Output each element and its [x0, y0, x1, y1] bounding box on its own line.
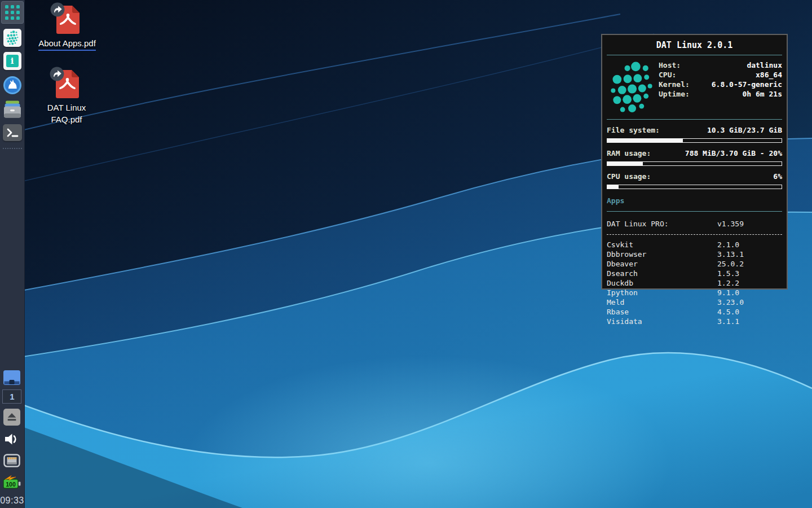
ram-meter: RAM usage:788 MiB/3.70 GiB - 20%: [607, 148, 782, 166]
app-row: Dbbrowser3.13.1: [607, 249, 782, 259]
info-icon: i: [6, 55, 19, 67]
workspace-switcher[interactable]: 1: [2, 389, 21, 404]
desktop-icon-dat-linux-faq[interactable]: DAT Linux FAQ.pdf: [33, 68, 100, 125]
app-grid-icon: [5, 5, 20, 20]
taskbar-rail: i: [0, 0, 25, 508]
window-list-button[interactable]: [3, 370, 21, 386]
app-row: Meld3.23.0: [607, 297, 782, 307]
app-row: Dbeaver25.0.2: [607, 259, 782, 269]
cpu-meter: CPU usage:6%: [607, 172, 782, 189]
divider: [607, 119, 782, 120]
info-row-uptime: Uptime:0h 6m 21s: [659, 89, 782, 99]
shortcut-arrow-icon: [50, 67, 64, 81]
label-line-2: FAQ.pdf: [47, 113, 86, 125]
dashed-divider: [607, 234, 782, 235]
rail-separator: [3, 148, 22, 149]
ethernet-icon: [5, 455, 20, 467]
desktop-icon-label: About Apps.pdf: [38, 37, 96, 51]
shortcut-arrow-icon: [50, 2, 65, 17]
app-row: Duckdb1.2.2: [607, 278, 782, 288]
network-button[interactable]: [3, 453, 21, 468]
system-monitor-widget: DAT Linux 2.0.1 Host:datlinux CPU:x86_64…: [601, 34, 788, 290]
widget-title: DAT Linux 2.0.1: [607, 37, 782, 55]
filesystem-bar-fill: [607, 138, 683, 143]
battery-percent-label: 100: [6, 481, 16, 488]
pdf-shortcut-art: [51, 68, 82, 99]
taskbar-status-area: 1: [0, 370, 24, 508]
label-line-1: DAT Linux: [47, 102, 86, 113]
file-cabinet-icon: [4, 101, 21, 118]
ram-bar: [607, 161, 782, 166]
app-row: Ipython9.1.0: [607, 288, 782, 297]
ram-bar-fill: [607, 161, 643, 166]
pdf-shortcut-art: [51, 3, 83, 35]
clock: 09:33: [0, 496, 24, 506]
app-row: Rbase4.5.0: [607, 307, 782, 317]
dat-linux-logo: [607, 60, 659, 113]
divider: [607, 211, 782, 212]
taskbar-launchers: i: [1, 0, 24, 149]
apps-version-list: Csvkit2.1.0 Dbbrowser3.13.1 Dbeaver25.0.…: [607, 240, 782, 326]
apps-section-header: Apps: [607, 196, 782, 205]
system-info-block: Host:datlinux CPU:x86_64 Kernel:6.8.0-57…: [607, 60, 782, 113]
dat-linux-launcher[interactable]: [3, 29, 21, 47]
window-icon: [3, 370, 20, 385]
battery-icon: 100: [3, 476, 20, 489]
volume-button[interactable]: [3, 432, 20, 446]
pro-version-row: DAT Linux PRO:v1.359: [607, 219, 782, 229]
info-row-host: Host:datlinux: [659, 60, 782, 70]
terminal-icon: [5, 126, 20, 139]
desktop-icon-label: DAT Linux FAQ.pdf: [47, 102, 86, 125]
browser-launcher[interactable]: [3, 76, 22, 95]
info-row-kernel: Kernel:6.8.0-57-generic: [659, 80, 782, 89]
cpu-bar-fill: [607, 185, 619, 189]
file-archive-launcher[interactable]: [3, 100, 22, 119]
divider: [607, 55, 782, 55]
dat-linux-logo-icon: [5, 30, 20, 45]
cpu-bar: [607, 185, 782, 189]
info-row-cpu: CPU:x86_64: [659, 70, 782, 80]
eject-button[interactable]: [3, 409, 20, 426]
about-info-launcher[interactable]: i: [3, 52, 21, 70]
workspace-number: 1: [10, 392, 14, 401]
wolf-browser-icon: [3, 76, 21, 94]
speaker-icon: [5, 434, 15, 445]
app-menu-button[interactable]: [1, 1, 24, 24]
filesystem-meter: File system:10.3 GiB/23.7 GiB: [607, 125, 782, 143]
filesystem-bar: [607, 138, 782, 143]
desktop-icon-about-apps[interactable]: About Apps.pdf: [33, 3, 101, 51]
app-row: Dsearch1.5.3: [607, 269, 782, 278]
eject-icon: [6, 411, 18, 423]
app-row: Csvkit2.1.0: [607, 240, 782, 249]
app-row: Visidata3.1.1: [607, 317, 782, 326]
battery-indicator[interactable]: 100: [2, 475, 21, 491]
terminal-launcher[interactable]: [3, 124, 22, 141]
